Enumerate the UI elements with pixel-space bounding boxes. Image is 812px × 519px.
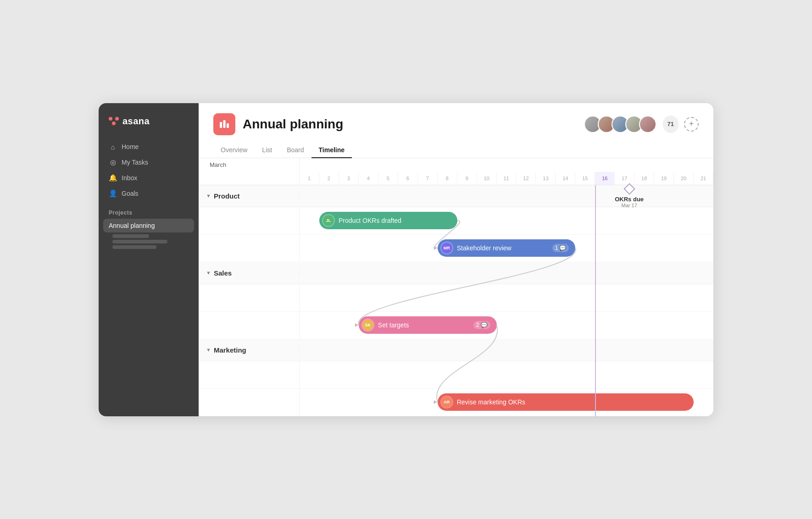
- asana-logo-icon: [109, 117, 119, 125]
- goals-icon: 👤: [109, 189, 117, 198]
- logo-text: asana: [122, 116, 150, 127]
- sidebar: asana ⌂ Home ◎ My Tasks 🔔 Inbox 👤 Goals …: [99, 103, 199, 416]
- section-title-sales: Sales: [214, 269, 232, 277]
- tab-list[interactable]: List: [255, 143, 279, 158]
- task-row-product-okrs: JLProduct OKRs drafted: [199, 207, 713, 235]
- sub-item-bar-3: [112, 245, 156, 249]
- header-left: Annual planning: [213, 113, 343, 135]
- avatar-group: [584, 116, 656, 133]
- task-timeline-empty-1: [300, 284, 713, 311]
- date-cell-7: 7: [418, 172, 438, 185]
- date-cell-15: 15: [575, 172, 595, 185]
- header-right: 71 +: [584, 116, 699, 133]
- task-timeline-marketing-empty: [300, 361, 713, 388]
- main-content: Annual planning 71 + Overview List B: [199, 103, 713, 416]
- date-cell-9: 9: [457, 172, 477, 185]
- app-window: asana ⌂ Home ◎ My Tasks 🔔 Inbox 👤 Goals …: [99, 103, 713, 416]
- add-member-button[interactable]: +: [684, 117, 699, 132]
- task-row-sales-empty: [199, 284, 713, 312]
- date-cell-13: 13: [536, 172, 556, 185]
- sidebar-item-my-tasks-label: My Tasks: [122, 159, 148, 166]
- chevron-sales: ▼: [206, 270, 211, 276]
- task-label-product-okrs: [199, 207, 300, 234]
- member-count: 71: [663, 116, 679, 133]
- date-cell-11: 11: [497, 172, 517, 185]
- tab-timeline[interactable]: Timeline: [311, 143, 352, 158]
- sidebar-item-home[interactable]: ⌂ Home: [103, 139, 194, 155]
- date-cell-5: 5: [378, 172, 398, 185]
- sidebar-item-home-label: Home: [122, 143, 139, 150]
- tab-overview[interactable]: Overview: [213, 143, 255, 158]
- label-col-header: March: [199, 158, 300, 185]
- section-timeline-sales: [300, 262, 713, 284]
- logo-area: asana: [99, 116, 199, 139]
- date-cell-18: 18: [634, 172, 654, 185]
- section-title-product: Product: [214, 192, 240, 200]
- chevron-marketing: ▼: [206, 347, 211, 353]
- task-row-set-targets: SKSet targets2💬: [199, 312, 713, 339]
- section-timeline-marketing: [300, 339, 713, 361]
- date-cell-20: 20: [674, 172, 694, 185]
- tab-board[interactable]: Board: [279, 143, 311, 158]
- date-cell-8: 8: [438, 172, 457, 185]
- project-sub-items: [99, 232, 199, 249]
- task-timeline-revise-marketing: ARRevise marketing OKRs: [300, 389, 713, 416]
- section-sales: ▼ Sales SKSet targets2💬: [199, 262, 713, 339]
- date-cell-10: 10: [477, 172, 497, 185]
- avatar-product-okrs: JL: [322, 214, 335, 227]
- sidebar-item-my-tasks[interactable]: ◎ My Tasks: [103, 155, 194, 170]
- task-label-text-product-okrs: Product OKRs drafted: [339, 217, 401, 224]
- task-bar-revise-marketing[interactable]: ARRevise marketing OKRs: [438, 393, 694, 411]
- project-title: Annual planning: [243, 117, 343, 132]
- svg-rect-2: [227, 123, 229, 128]
- product-tasks-wrapper: JLProduct OKRs drafted MRStakeholder rev…: [199, 207, 713, 262]
- sidebar-item-goals[interactable]: 👤 Goals: [103, 186, 194, 201]
- task-label-text-set-targets: Set targets: [378, 321, 409, 329]
- avatar-revise-marketing: AR: [440, 396, 453, 409]
- tab-bar: Overview List Board Timeline: [199, 135, 713, 158]
- date-cell-16: 16: [595, 172, 615, 185]
- task-label-set-targets: [199, 312, 300, 339]
- date-cell-19: 19: [654, 172, 674, 185]
- today-line: [595, 158, 596, 416]
- date-cell-4: 4: [359, 172, 378, 185]
- chevron-product: ▼: [206, 193, 211, 199]
- timeline-grid: March 123456789101112131415161718192021 …: [199, 158, 713, 416]
- sidebar-item-goals-label: Goals: [122, 190, 139, 197]
- task-timeline-set-targets: SKSet targets2💬: [300, 312, 713, 339]
- timeline-header: March 123456789101112131415161718192021: [199, 158, 713, 185]
- svg-rect-1: [223, 120, 226, 128]
- section-marketing: ▼ Marketing ARRevise marketing OKRs: [199, 339, 713, 416]
- comment-badge-set-targets: 2💬: [473, 321, 490, 329]
- avatar-set-targets: SK: [362, 319, 374, 331]
- sub-item-bar-2: [112, 240, 167, 243]
- sidebar-item-annual-planning[interactable]: Annual planning: [103, 219, 194, 232]
- task-row-marketing-empty: [199, 361, 713, 389]
- date-cell-21: 21: [694, 172, 713, 185]
- section-timeline-product: [300, 185, 713, 207]
- svg-rect-0: [220, 122, 222, 128]
- task-label-revise-marketing: [199, 389, 300, 416]
- task-label-stakeholder: [199, 235, 300, 262]
- timeline-area[interactable]: March 123456789101112131415161718192021 …: [199, 158, 713, 416]
- sidebar-item-inbox-label: Inbox: [122, 174, 137, 182]
- sidebar-item-inbox[interactable]: 🔔 Inbox: [103, 170, 194, 186]
- task-bar-stakeholder-review[interactable]: MRStakeholder review1💬: [438, 239, 576, 257]
- date-cell-6: 6: [398, 172, 418, 185]
- date-cell-17: 17: [615, 172, 634, 185]
- sidebar-nav: ⌂ Home ◎ My Tasks 🔔 Inbox 👤 Goals: [99, 139, 199, 201]
- task-bar-set-targets[interactable]: SKSet targets2💬: [359, 316, 497, 334]
- date-cell-3: 3: [339, 172, 359, 185]
- task-label-text-stakeholder-review: Stakeholder review: [457, 244, 512, 252]
- task-row-stakeholder: MRStakeholder review1💬: [199, 235, 713, 262]
- task-label-text-revise-marketing: Revise marketing OKRs: [457, 398, 525, 406]
- task-label-marketing-empty: [199, 361, 300, 388]
- section-label-sales: ▼ Sales: [199, 269, 300, 277]
- date-cell-2: 2: [319, 172, 339, 185]
- section-header-marketing: ▼ Marketing: [199, 339, 713, 361]
- avatar-stakeholder-review: MR: [440, 242, 453, 254]
- section-header-product: ▼ Product: [199, 185, 713, 207]
- task-bar-product-okrs[interactable]: JLProduct OKRs drafted: [319, 212, 457, 229]
- home-icon: ⌂: [109, 143, 117, 151]
- date-header-cols: 123456789101112131415161718192021: [300, 158, 713, 185]
